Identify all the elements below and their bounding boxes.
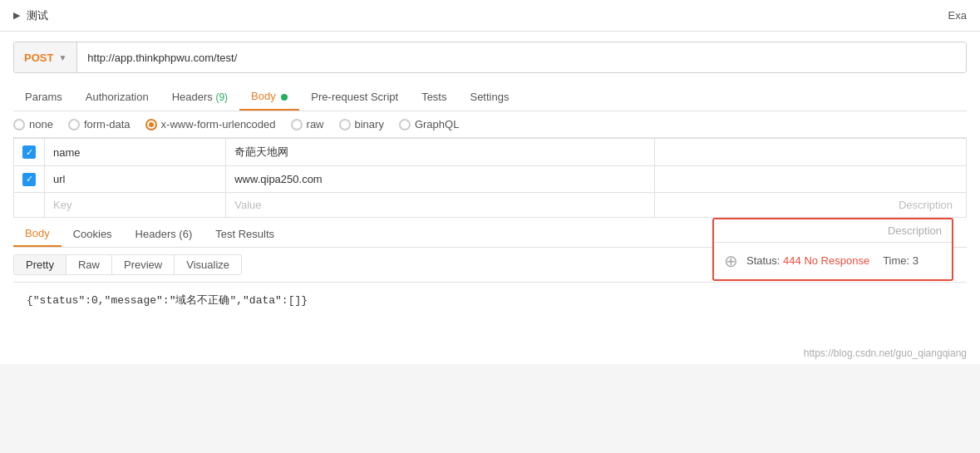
url-bar: POST ▼ — [13, 42, 967, 73]
radio-binary[interactable]: binary — [339, 118, 384, 130]
params-table: ✓ name 奇葩天地网 ✓ url www.qipa250.com K — [13, 138, 967, 218]
resp-tab-cookies[interactable]: Cookies — [62, 222, 124, 246]
status-text: Status: 444 No Response — [746, 254, 869, 267]
format-visualize[interactable]: Visualize — [175, 254, 242, 275]
radio-none[interactable]: none — [13, 118, 53, 130]
top-bar-left: ▶ 测试 — [13, 8, 48, 23]
response-area: Body Cookies Headers (6) Test Results Pr… — [13, 218, 967, 332]
radio-form-data[interactable]: form-data — [68, 118, 131, 130]
format-pretty[interactable]: Pretty — [13, 254, 66, 275]
top-bar: ▶ 测试 Exa — [0, 0, 980, 32]
desc-cell-2[interactable] — [654, 166, 966, 193]
radio-graphql-label: GraphQL — [415, 118, 459, 130]
checkbox-1[interactable]: ✓ — [22, 145, 36, 159]
expand-arrow-icon[interactable]: ▶ — [13, 10, 20, 21]
format-raw[interactable]: Raw — [66, 254, 112, 275]
footer-link[interactable]: https://blog.csdn.net/guo_qiangqiang — [804, 347, 967, 359]
radio-none-label: none — [29, 118, 53, 130]
url-input[interactable] — [77, 42, 966, 72]
checkbox-cell-2[interactable]: ✓ — [14, 166, 45, 193]
value-placeholder[interactable]: Value — [226, 192, 655, 217]
table-row: ✓ name 奇葩天地网 — [14, 139, 967, 166]
format-preview[interactable]: Preview — [112, 254, 175, 275]
app-container: ▶ 测试 Exa POST ▼ Params Authorization Hea… — [0, 0, 980, 364]
table-row-placeholder: Key Value Description — [14, 192, 967, 217]
desc-placeholder: Description — [654, 192, 966, 217]
radio-form-data-label: form-data — [84, 118, 131, 130]
time-text: Time: 3 — [883, 254, 918, 267]
body-active-dot — [281, 94, 288, 101]
tab-authorization[interactable]: Authorization — [74, 84, 160, 110]
radio-binary-circle — [339, 119, 351, 130]
radio-urlencoded[interactable]: x-www-form-urlencoded — [145, 118, 276, 130]
status-overlay-header: Description — [714, 219, 952, 243]
method-chevron-icon: ▼ — [58, 53, 66, 62]
globe-icon: ⊕ — [724, 251, 738, 271]
status-overlay-body: ⊕ Status: 444 No Response Time: 3 — [714, 243, 952, 279]
table-row: ✓ url www.qipa250.com — [14, 166, 967, 193]
tab-settings[interactable]: Settings — [458, 84, 520, 110]
checkbox-cell-1[interactable]: ✓ — [14, 139, 45, 166]
top-bar-right: Exa — [948, 9, 967, 22]
radio-form-data-circle — [68, 119, 80, 130]
request-tabs: Params Authorization Headers (9) Body Pr… — [13, 83, 967, 111]
resp-tab-body[interactable]: Body — [13, 221, 62, 247]
radio-graphql[interactable]: GraphQL — [399, 118, 459, 130]
tab-headers[interactable]: Headers (9) — [160, 84, 239, 110]
top-bar-title: 测试 — [27, 8, 48, 23]
resp-tab-headers[interactable]: Headers (6) — [124, 222, 204, 246]
headers-badge: (9) — [215, 91, 228, 103]
radio-raw-circle — [291, 119, 303, 130]
desc-cell-1[interactable] — [654, 139, 966, 166]
radio-urlencoded-circle — [145, 119, 157, 130]
key-placeholder[interactable]: Key — [45, 192, 226, 217]
tab-tests[interactable]: Tests — [410, 84, 458, 110]
radio-graphql-circle — [399, 119, 411, 130]
status-overlay: Description ⊕ Status: 444 No Response Ti… — [712, 218, 953, 281]
radio-binary-label: binary — [355, 118, 384, 130]
body-type-row: none form-data x-www-form-urlencoded raw… — [13, 111, 967, 138]
radio-raw[interactable]: raw — [291, 118, 324, 130]
status-code: 444 No Response — [783, 254, 869, 267]
main-content: POST ▼ Params Authorization Headers (9) … — [0, 32, 980, 342]
radio-none-circle — [13, 119, 25, 130]
response-body: {"status":0,"message":"域名不正确","data":[]} — [13, 283, 967, 332]
radio-urlencoded-label: x-www-form-urlencoded — [161, 118, 276, 130]
key-cell-1[interactable]: name — [45, 139, 226, 166]
resp-tab-test-results[interactable]: Test Results — [204, 222, 286, 246]
radio-raw-label: raw — [307, 118, 324, 130]
tab-params[interactable]: Params — [13, 84, 74, 110]
method-dropdown[interactable]: POST ▼ — [14, 42, 77, 72]
footer: https://blog.csdn.net/guo_qiangqiang — [0, 342, 980, 364]
tab-body[interactable]: Body — [239, 83, 299, 111]
value-cell-1[interactable]: 奇葩天地网 — [226, 139, 655, 166]
checkbox-2[interactable]: ✓ — [22, 173, 36, 186]
method-label: POST — [24, 52, 53, 64]
checkbox-cell-placeholder — [14, 192, 45, 217]
key-cell-2[interactable]: url — [45, 166, 226, 193]
tab-pre-request[interactable]: Pre-request Script — [299, 84, 410, 110]
value-cell-2[interactable]: www.qipa250.com — [226, 166, 655, 193]
